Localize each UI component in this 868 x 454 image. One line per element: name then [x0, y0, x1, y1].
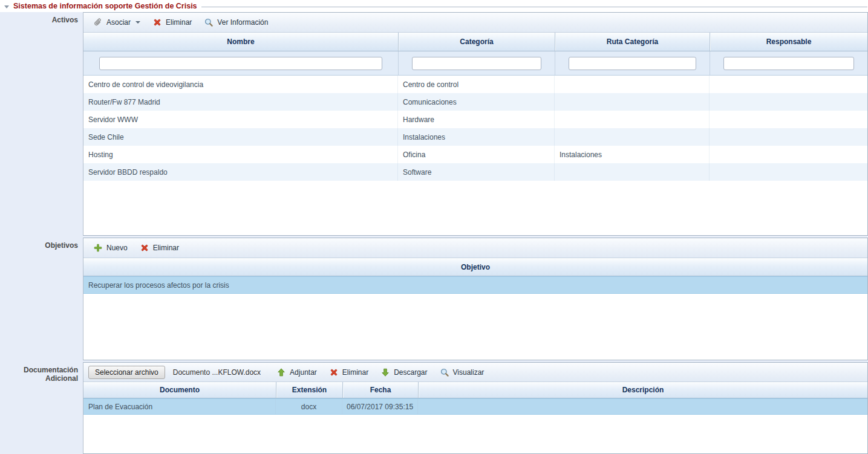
page-title: Sistemas de información soporte Gestión …: [13, 2, 197, 10]
cell-categoria: Oficina: [398, 146, 555, 163]
cell-categoria: Software: [398, 163, 555, 181]
adjuntar-button[interactable]: Adjuntar: [272, 365, 322, 380]
cell-responsable: [710, 76, 867, 93]
activos-filter-row: [83, 51, 867, 76]
activo-row[interactable]: Sede Chile Instalaciones: [83, 128, 867, 146]
activos-section: Activos Asociar Eliminar Ver Información: [0, 12, 868, 236]
cell-descripcion: [418, 398, 867, 415]
objetivos-grid-body: Recuperar los procesos afectos por la cr…: [83, 276, 867, 360]
cell-nombre: Servidor BBDD respaldo: [83, 163, 398, 181]
cell-nombre: Hosting: [83, 146, 398, 163]
documentacion-panel: Seleccionar archivo Documento ...KFLOW.d…: [83, 362, 868, 454]
cell-responsable: [710, 146, 867, 163]
column-header-fecha[interactable]: Fecha: [342, 382, 418, 398]
column-header-ruta-categoria[interactable]: Ruta Categoría: [555, 33, 710, 51]
cell-responsable: [710, 128, 867, 146]
cell-ruta-categoria: Instalaciones: [555, 146, 710, 163]
objetivos-section: Objetivos Nuevo Eliminar Objetivo: [0, 238, 868, 360]
column-header-responsable[interactable]: Responsable: [710, 33, 867, 51]
activos-panel: Asociar Eliminar Ver Información Nombre …: [83, 12, 868, 236]
adjuntar-button-label: Adjuntar: [290, 368, 317, 377]
documentacion-section: Documentación Adicional Seleccionar arch…: [0, 362, 868, 454]
ver-informacion-button-label: Ver Información: [217, 18, 268, 27]
filter-nombre-input[interactable]: [99, 57, 382, 70]
cell-ruta-categoria: [555, 76, 710, 93]
selected-file-name: Documento ...KFLOW.docx: [173, 368, 261, 377]
delete-x-icon: [152, 18, 162, 27]
activo-row[interactable]: Servidor BBDD respaldo Software: [83, 163, 867, 181]
cell-ruta-categoria: [555, 111, 710, 128]
cell-documento: Plan de Evacuación: [83, 398, 276, 415]
asociar-button-label: Asociar: [106, 18, 131, 27]
activos-toolbar: Asociar Eliminar Ver Información: [83, 13, 867, 33]
activos-grid-body: Centro de control de videovigilancia Cen…: [83, 76, 867, 235]
descargar-button-label: Descargar: [394, 368, 427, 377]
cell-responsable: [710, 93, 867, 111]
column-header-extension[interactable]: Extensión: [276, 382, 342, 398]
eliminar-activo-button-label: Eliminar: [166, 18, 192, 27]
descargar-button[interactable]: Descargar: [376, 365, 432, 380]
objetivos-toolbar: Nuevo Eliminar: [83, 238, 867, 258]
legend-rule: [201, 7, 867, 7]
fieldset-legend: Sistemas de información soporte Gestión …: [0, 0, 868, 12]
cell-nombre: Servidor WWW: [83, 111, 398, 128]
cell-categoria: Comunicaciones: [398, 93, 555, 111]
crisis-management-page: Sistemas de información soporte Gestión …: [0, 0, 868, 454]
cell-categoria: Hardware: [398, 111, 555, 128]
objetivos-panel: Nuevo Eliminar Objetivo Recuperar los pr…: [83, 238, 868, 360]
asociar-button[interactable]: Asociar: [88, 15, 145, 30]
eliminar-activo-button[interactable]: Eliminar: [148, 15, 197, 30]
eliminar-documento-button-label: Eliminar: [342, 368, 368, 377]
column-header-descripcion[interactable]: Descripción: [418, 382, 867, 398]
seleccionar-archivo-button[interactable]: Seleccionar archivo: [88, 366, 165, 379]
filter-responsable-input[interactable]: [723, 57, 854, 70]
activo-row[interactable]: Hosting Oficina Instalaciones: [83, 146, 867, 163]
activo-row[interactable]: Centro de control de videovigilancia Cen…: [83, 76, 867, 93]
nuevo-objetivo-button[interactable]: Nuevo: [88, 241, 132, 255]
arrow-down-icon: [380, 368, 390, 377]
magnifier-icon: [204, 18, 214, 27]
cell-nombre: Centro de control de videovigilancia: [83, 76, 398, 93]
documentacion-toolbar: Seleccionar archivo Documento ...KFLOW.d…: [83, 363, 867, 382]
cell-extension: docx: [276, 398, 342, 415]
cell-ruta-categoria: [555, 163, 710, 181]
cell-responsable: [710, 163, 867, 181]
column-header-objetivo[interactable]: Objetivo: [83, 258, 867, 276]
objetivos-section-label: Objetivos: [0, 238, 83, 360]
cell-ruta-categoria: [555, 93, 710, 111]
eliminar-objetivo-button[interactable]: Eliminar: [135, 241, 184, 255]
column-header-documento[interactable]: Documento: [83, 382, 276, 398]
documento-row[interactable]: Plan de Evacuación docx 06/07/2017 09:35…: [83, 398, 867, 415]
cell-nombre: Sede Chile: [83, 128, 398, 146]
magnifier-icon: [440, 368, 449, 377]
documentacion-grid-header: Documento Extensión Fecha Descripción: [83, 382, 867, 398]
eliminar-documento-button[interactable]: Eliminar: [324, 365, 373, 380]
cell-categoria: Instalaciones: [398, 128, 555, 146]
cell-nombre: Router/Fw 877 Madrid: [83, 93, 398, 111]
activo-row[interactable]: Servidor WWW Hardware: [83, 111, 867, 128]
filter-categoria-input[interactable]: [412, 57, 541, 70]
cell-objetivo: Recuperar los procesos afectos por la cr…: [83, 276, 867, 294]
visualizar-button-label: Visualizar: [453, 368, 485, 377]
arrow-up-icon: [276, 368, 286, 377]
ver-informacion-button[interactable]: Ver Información: [199, 15, 273, 30]
collapse-arrow-icon[interactable]: [4, 5, 9, 8]
documentacion-grid-body: Plan de Evacuación docx 06/07/2017 09:35…: [83, 398, 867, 453]
activos-grid-header: Nombre Categoría Ruta Categoría Responsa…: [83, 33, 867, 51]
paperclip-icon: [93, 18, 103, 27]
objetivo-row[interactable]: Recuperar los procesos afectos por la cr…: [83, 276, 867, 294]
nuevo-objetivo-button-label: Nuevo: [106, 244, 128, 252]
visualizar-button[interactable]: Visualizar: [435, 365, 489, 380]
cell-fecha: 06/07/2017 09:35:15: [342, 398, 418, 415]
activos-section-label: Activos: [0, 12, 83, 236]
add-plus-icon: [93, 243, 103, 253]
delete-x-icon: [329, 368, 339, 377]
column-header-nombre[interactable]: Nombre: [83, 33, 398, 51]
eliminar-objetivo-button-label: Eliminar: [153, 244, 179, 252]
activo-row[interactable]: Router/Fw 877 Madrid Comunicaciones: [83, 93, 867, 111]
column-header-categoria[interactable]: Categoría: [398, 33, 555, 51]
documentacion-section-label: Documentación Adicional: [0, 362, 83, 454]
chevron-down-icon: [135, 21, 140, 24]
cell-categoria: Centro de control: [398, 76, 555, 93]
filter-ruta-categoria-input[interactable]: [569, 57, 696, 70]
